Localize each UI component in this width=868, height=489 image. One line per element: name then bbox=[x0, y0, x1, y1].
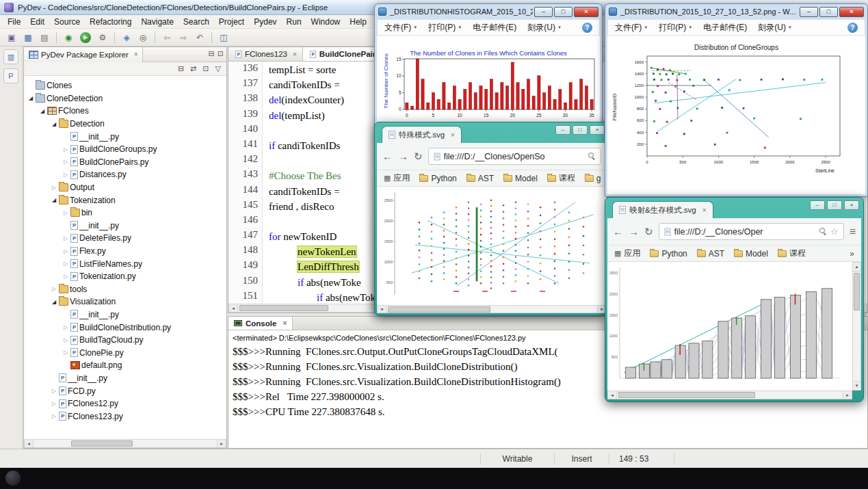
print-icon[interactable]: ▤ bbox=[37, 31, 52, 44]
page-vertical-scrollbar[interactable]: ▴ ▾ bbox=[852, 262, 861, 391]
bookmarks-overflow-icon[interactable]: » bbox=[850, 249, 854, 259]
menu-navigate[interactable]: Navigate bbox=[136, 16, 178, 28]
menu-project[interactable]: Project bbox=[214, 16, 249, 28]
expand-arrow-icon[interactable]: ▷ bbox=[50, 413, 58, 419]
expand-arrow-icon[interactable]: ▷ bbox=[62, 235, 70, 241]
expand-arrow-icon[interactable]: ▷ bbox=[62, 172, 70, 178]
tree-item-detection[interactable]: ◢Detection bbox=[24, 118, 226, 131]
expand-arrow-icon[interactable]: ▷ bbox=[62, 261, 70, 267]
browser-menu-icon[interactable]: ≡ bbox=[850, 226, 856, 238]
collapse-arrow-icon[interactable]: ◢ bbox=[27, 95, 35, 101]
scrollbar-thumb[interactable] bbox=[618, 392, 755, 398]
scroll-right-icon[interactable]: ▸ bbox=[843, 391, 852, 399]
browser-tab[interactable]: 映射&生存模式.svg × bbox=[612, 201, 713, 218]
collapse-arrow-icon[interactable]: ◢ bbox=[50, 121, 58, 127]
tree-item-visualization[interactable]: ◢Visualization bbox=[24, 295, 226, 308]
scroll-right-icon[interactable]: ▸ bbox=[217, 440, 226, 447]
close-button[interactable]: × bbox=[574, 7, 599, 17]
expand-arrow-icon[interactable]: ▷ bbox=[62, 146, 70, 153]
tree-item--init-py[interactable]: __init__.py bbox=[24, 130, 226, 143]
close-tab-icon[interactable]: × bbox=[702, 207, 707, 214]
expand-arrow-icon[interactable]: ▷ bbox=[62, 159, 70, 165]
browser-title-bar[interactable]: 映射&生存模式.svg × – □ × bbox=[605, 198, 863, 218]
menu--u-[interactable]: 刻录(U)▼ bbox=[758, 22, 792, 34]
menu-help[interactable]: Help bbox=[345, 16, 371, 28]
tree-item-buildclonedistribution-py[interactable]: ▷BuildCloneDistribution.py bbox=[24, 321, 226, 334]
console-tab[interactable]: Console × bbox=[228, 317, 293, 330]
tree-item-distances-py[interactable]: ▷Distances.py bbox=[24, 168, 226, 181]
menu-pydev[interactable]: Pydev bbox=[249, 16, 281, 28]
help-icon[interactable]: ? bbox=[847, 23, 858, 33]
browser-title-bar[interactable]: 特殊模式.svg × – □ × bbox=[375, 122, 609, 143]
menu-source[interactable]: Source bbox=[49, 16, 85, 28]
tree-item-output[interactable]: ▷Output bbox=[24, 181, 226, 194]
last-edit-icon[interactable]: ↶ bbox=[192, 31, 207, 44]
collapse-arrow-icon[interactable]: ◢ bbox=[38, 108, 47, 114]
maximize-button[interactable]: □ bbox=[573, 125, 588, 135]
scrollbar-thumb[interactable] bbox=[239, 305, 328, 311]
address-bar[interactable]: file:///D:/__Clones/OpenSo bbox=[428, 148, 601, 165]
menu--f-[interactable]: 文件(F)▼ bbox=[615, 22, 648, 34]
search-icon[interactable] bbox=[588, 153, 596, 160]
expand-arrow-icon[interactable]: ▷ bbox=[50, 388, 58, 394]
bookmark-g[interactable]: g bbox=[585, 174, 601, 183]
page-horizontal-scrollbar[interactable]: ◂ ▸ bbox=[377, 305, 607, 313]
bookmark-ast[interactable]: AST bbox=[466, 174, 494, 183]
external-tools-icon[interactable]: ⚙ bbox=[95, 31, 110, 44]
close-tab-icon[interactable]: × bbox=[293, 51, 297, 58]
tree-item--init-py[interactable]: __init__.py bbox=[24, 220, 226, 233]
next-icon[interactable]: ⇨ bbox=[176, 31, 191, 44]
scrollbar-thumb[interactable] bbox=[71, 440, 133, 447]
bookmark--[interactable]: 课程 bbox=[778, 248, 806, 259]
tree-item-fclones[interactable]: ◢FClones bbox=[24, 105, 226, 118]
explorer-horizontal-scrollbar[interactable]: ◂ ▸ bbox=[24, 439, 226, 448]
expand-arrow-icon[interactable]: ▷ bbox=[62, 337, 70, 343]
minimize-button[interactable]: – bbox=[555, 125, 570, 135]
scroll-up-icon[interactable]: ▴ bbox=[853, 263, 860, 272]
expand-arrow-icon[interactable]: ▷ bbox=[50, 185, 58, 191]
minimize-button[interactable]: – bbox=[810, 200, 825, 210]
scrollbar-thumb[interactable] bbox=[854, 273, 860, 310]
tree-item-listfilenames-py[interactable]: ▷ListFileNames.py bbox=[24, 257, 226, 270]
tree-item-clones[interactable]: Clones bbox=[24, 79, 226, 92]
menu--e-[interactable]: 电子邮件(E) bbox=[473, 22, 516, 34]
editor-tab-fclones123[interactable]: FClones123× bbox=[228, 47, 303, 61]
reload-icon[interactable]: ↻ bbox=[644, 226, 653, 238]
maximize-view-icon[interactable]: ⊡ bbox=[218, 49, 224, 58]
menu--p-[interactable]: 打印(P)▼ bbox=[659, 22, 692, 34]
maximize-button[interactable]: □ bbox=[554, 7, 573, 17]
window-title-bar[interactable]: _DISTRIBUTIONHISTOGRAM_2015_10_27_10_1..… bbox=[375, 4, 602, 19]
save-icon[interactable]: ▦ bbox=[21, 31, 36, 44]
close-button[interactable]: × bbox=[844, 200, 859, 210]
collapse-all-icon[interactable]: ⊟ bbox=[178, 64, 184, 73]
scroll-left-icon[interactable]: ◂ bbox=[229, 304, 238, 312]
minimize-view-icon[interactable]: ⊟ bbox=[209, 49, 215, 58]
tree-item-buildtagcloud-py[interactable]: ▷BuildTagCloud.py bbox=[24, 334, 226, 347]
search-icon[interactable]: ◎ bbox=[135, 31, 150, 44]
menu--e-[interactable]: 电子邮件(E) bbox=[703, 22, 747, 34]
bookmark-star-icon[interactable]: ☆ bbox=[830, 226, 839, 237]
help-icon[interactable]: ? bbox=[582, 23, 592, 33]
close-tab-icon[interactable]: × bbox=[451, 131, 455, 139]
forward-icon[interactable]: → bbox=[398, 150, 408, 162]
tree-item-clonedetection[interactable]: ◢CloneDetection bbox=[24, 92, 226, 105]
customize-icon[interactable]: ⊡ bbox=[202, 64, 209, 73]
tree-item-buildclonegroups-py[interactable]: ▷BuildCloneGroups.py bbox=[24, 143, 226, 156]
debug-icon[interactable]: ◉ bbox=[61, 31, 76, 44]
page-horizontal-scrollbar[interactable]: ◂ ▸ bbox=[607, 391, 852, 399]
tree-item--init-py[interactable]: __init__.py bbox=[24, 372, 226, 385]
back-icon[interactable]: ← bbox=[613, 226, 623, 237]
menu--u-[interactable]: 刻录(U)▼ bbox=[527, 22, 562, 34]
address-bar[interactable]: file:///D:/__Clones/Oper ☆ bbox=[659, 223, 844, 240]
window-title-bar[interactable]: _DISTRIBUTION_2015_10_27_10_13_52.png - … bbox=[605, 4, 867, 19]
perspective-icon[interactable]: ◫ bbox=[216, 31, 231, 44]
reload-icon[interactable]: ↻ bbox=[414, 150, 423, 163]
tree-item-fclones123-py[interactable]: ▷FClones123.py bbox=[24, 410, 226, 423]
expand-arrow-icon[interactable]: ▷ bbox=[62, 349, 70, 356]
scroll-left-icon[interactable]: ◂ bbox=[378, 306, 386, 313]
expand-arrow-icon[interactable]: ▷ bbox=[50, 401, 58, 407]
collapse-arrow-icon[interactable]: ◢ bbox=[50, 197, 58, 203]
close-button[interactable]: × bbox=[590, 125, 605, 135]
scrollbar-thumb[interactable] bbox=[388, 306, 490, 313]
tree-item--init-py[interactable]: __init__.py bbox=[24, 308, 226, 321]
